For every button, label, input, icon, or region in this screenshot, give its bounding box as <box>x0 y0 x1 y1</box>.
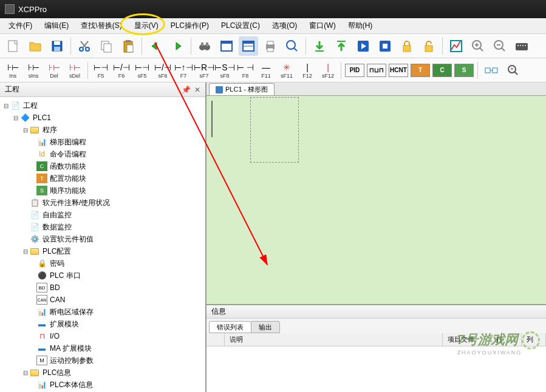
zoom-in-icon[interactable] <box>468 36 488 56</box>
tree-cmd-prog[interactable]: Id命令语编程 <box>2 148 203 160</box>
c-button[interactable]: C <box>432 64 452 77</box>
tree-func-block[interactable]: C函数功能块 <box>2 160 203 172</box>
ladder-f6[interactable]: ⊢/⊣F6 <box>112 62 131 79</box>
ladder-sf8[interactable]: ⊢S⊣sF8 <box>216 62 234 79</box>
lock-button[interactable] <box>397 36 417 56</box>
menu-view[interactable]: 显示(V) <box>128 19 165 33</box>
ladder-f11[interactable]: —F11 <box>257 62 275 79</box>
menu-find-replace[interactable]: 查找\替换(S) <box>75 19 128 33</box>
menu-file[interactable]: 文件(F) <box>2 19 38 33</box>
ladder-sf12[interactable]: |sF12 <box>319 62 337 79</box>
menu-options[interactable]: 选项(O) <box>266 19 303 33</box>
paste-button[interactable] <box>118 36 138 56</box>
tree-comment[interactable]: 📋软元件注释/使用状况 <box>2 197 203 209</box>
menu-plc-setting[interactable]: PLC设置(C) <box>215 19 266 33</box>
ladder-ins[interactable]: ⊦⊢Ins <box>4 62 22 79</box>
svg-rect-31 <box>516 43 528 50</box>
run-button[interactable] <box>353 36 373 56</box>
tree-plc-config[interactable]: ⊟PLC配置 <box>2 245 203 257</box>
info-grid: 说明 项目文件 行 列 <box>206 333 546 392</box>
zoom-icon[interactable] <box>282 36 302 56</box>
tree-poweroff[interactable]: 📊断电区域保存 <box>2 306 203 318</box>
window2-icon[interactable] <box>239 36 258 56</box>
s-button[interactable]: S <box>454 64 474 77</box>
svg-rect-2 <box>54 41 60 45</box>
tree-seq-block[interactable]: S顺序功能块 <box>2 184 203 197</box>
tab-errors[interactable]: 错误列表 <box>209 321 251 333</box>
stop-button[interactable] <box>375 36 395 56</box>
chart-icon[interactable] <box>446 36 466 56</box>
tree-data-monitor[interactable]: 📄数据监控 <box>2 221 203 233</box>
copy-button[interactable] <box>97 36 116 56</box>
link-icon[interactable] <box>482 61 501 80</box>
tree-program[interactable]: ⊟程序 <box>2 124 203 136</box>
tree-motion[interactable]: M运动控制参数 <box>2 354 203 367</box>
ladder-sins[interactable]: ⊦⊢sIns <box>24 62 43 79</box>
ladder-canvas[interactable] <box>206 96 546 305</box>
tree-root[interactable]: ⊟📄工程 <box>2 100 203 112</box>
open-button[interactable] <box>26 36 45 56</box>
ladder-f5[interactable]: ⊢⊣F5 <box>92 62 110 79</box>
tree-plc-serial[interactable]: ⚫PLC 串口 <box>2 269 203 282</box>
keyboard-icon[interactable] <box>512 36 531 56</box>
zoom-plus-icon[interactable]: + <box>503 61 523 80</box>
ladder-f8[interactable]: ⊢ ⊣F8 <box>236 62 254 79</box>
info-tabs: 错误列表 输出 <box>206 319 546 333</box>
tab-ladder[interactable]: PLC1 - 梯形图 <box>209 83 275 95</box>
ladder-f7[interactable]: ⊢↑⊣F7 <box>174 62 193 79</box>
col-col: 列 <box>522 333 546 346</box>
pulse-button[interactable]: ⊓⊔⊓ <box>367 64 386 77</box>
ladder-sdel[interactable]: ⊦⊢sDel <box>66 62 84 79</box>
pid-button[interactable]: PID <box>345 64 364 77</box>
t-button[interactable]: T <box>411 64 430 77</box>
ladder-view[interactable]: 信息 错误列表 输出 说明 项目文件 行 列 <box>206 96 546 392</box>
tree-config-block[interactable]: T配置功能块 <box>2 172 203 184</box>
tree-body[interactable]: ⊟📄工程 ⊟🔷PLC1 ⊟程序 📊梯形图编程 Id命令语编程 C函数功能块 T配… <box>0 97 205 392</box>
binoculars-icon[interactable] <box>195 36 214 56</box>
tree-plc-body-info[interactable]: 📊PLC本体信息 <box>2 379 203 391</box>
back-button[interactable] <box>146 36 165 56</box>
tree-ma-ext[interactable]: ▬MA 扩展模块 <box>2 342 203 354</box>
menu-help[interactable]: 帮助(H) <box>342 19 379 33</box>
main-toolbar <box>0 34 546 58</box>
pin-icon[interactable]: 📌 <box>182 86 191 94</box>
svg-rect-20 <box>267 41 273 45</box>
ladder-sf6[interactable]: ⊢/⊣sF6 <box>154 62 172 79</box>
save-button[interactable] <box>47 36 67 56</box>
tree-bd[interactable]: BDBD <box>2 282 203 294</box>
svg-rect-37 <box>493 68 497 73</box>
tree-plc-info[interactable]: ⊟PLC信息 <box>2 367 203 379</box>
unlock-button[interactable] <box>419 36 439 56</box>
zoom-out-icon[interactable] <box>490 36 510 56</box>
project-tree-panel: 工程 📌 ✕ ⊟📄工程 ⊟🔷PLC1 ⊟程序 📊梯形图编程 Id命令语编程 C函… <box>0 83 206 392</box>
forward-button[interactable] <box>168 36 187 56</box>
tree-ladder-prog[interactable]: 📊梯形图编程 <box>2 136 203 148</box>
tree-plc1[interactable]: ⊟🔷PLC1 <box>2 112 203 124</box>
svg-rect-16 <box>221 41 232 44</box>
menu-edit[interactable]: 编辑(E) <box>38 19 75 33</box>
print-button[interactable] <box>261 36 280 56</box>
window-icon[interactable] <box>217 36 236 56</box>
ladder-sf5[interactable]: ⊢⊣sF5 <box>133 62 151 79</box>
tree-password[interactable]: 🔒密码 <box>2 257 203 269</box>
menu-plc-operate[interactable]: PLC操作(P) <box>165 19 215 33</box>
menu-window[interactable]: 窗口(W) <box>303 19 341 33</box>
ladder-sf7[interactable]: ⊢R⊣sF7 <box>195 62 213 79</box>
tree-can[interactable]: CANCAN <box>2 294 203 306</box>
ladder-sf11[interactable]: ✳sF11 <box>278 62 296 79</box>
col-file: 项目文件 <box>443 333 491 346</box>
tree-ext-module[interactable]: ▬扩展模块 <box>2 318 203 330</box>
tree-free-monitor[interactable]: 📄自由监控 <box>2 209 203 221</box>
tab-output[interactable]: 输出 <box>251 321 280 333</box>
ladder-del[interactable]: ⊦⊢Del <box>45 62 63 79</box>
close-icon[interactable]: ✕ <box>194 86 200 94</box>
cut-button[interactable] <box>75 36 94 56</box>
download-button[interactable] <box>310 36 329 56</box>
ladder-f12[interactable]: |F12 <box>298 62 316 79</box>
tree-io[interactable]: ⊓I/O <box>2 330 203 342</box>
tree-set-init[interactable]: ⚙️设置软元件初值 <box>2 233 203 245</box>
hcnt-button[interactable]: HCNT <box>389 64 408 77</box>
new-button[interactable] <box>4 36 23 56</box>
upload-button[interactable] <box>332 36 351 56</box>
tab-icon <box>216 86 223 93</box>
